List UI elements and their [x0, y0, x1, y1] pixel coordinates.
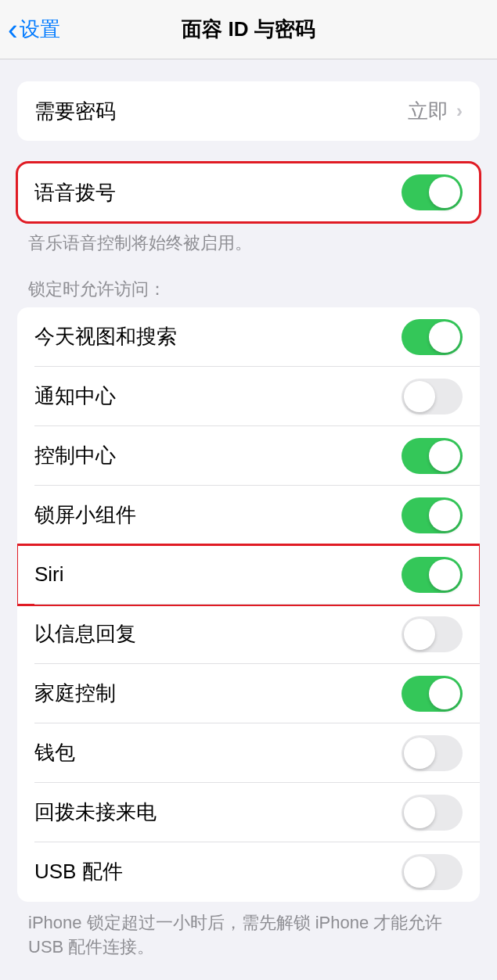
locked-access-label: 家庭控制 — [34, 680, 402, 707]
locked-access-group: 今天视图和搜索通知中心控制中心锁屏小组件Siri以信息回复家庭控制钱包回拨未接来… — [17, 307, 480, 902]
voice-dial-row: 语音拨号 — [17, 163, 480, 222]
locked-access-row: Siri — [17, 545, 480, 605]
locked-access-switch[interactable] — [402, 319, 463, 355]
locked-access-row: USB 配件 — [17, 842, 480, 902]
locked-access-row: 今天视图和搜索 — [17, 307, 480, 367]
locked-access-row: 锁屏小组件 — [17, 486, 480, 545]
require-passcode-group: 需要密码 立即 › — [17, 81, 480, 141]
locked-access-label: 控制中心 — [34, 442, 402, 469]
voice-dial-group: 语音拨号 — [17, 163, 480, 222]
switch-knob — [429, 440, 460, 472]
locked-access-label: 以信息回复 — [34, 620, 402, 648]
switch-knob — [404, 619, 435, 650]
locked-access-switch[interactable] — [402, 616, 463, 652]
require-passcode-row[interactable]: 需要密码 立即 › — [17, 81, 480, 141]
locked-access-label: 今天视图和搜索 — [34, 323, 402, 350]
back-label: 设置 — [20, 16, 60, 43]
locked-access-switch[interactable] — [402, 379, 463, 415]
locked-access-row: 通知中心 — [17, 367, 480, 426]
locked-access-row: 回拨未接来电 — [17, 783, 480, 842]
require-passcode-label: 需要密码 — [34, 98, 408, 125]
require-passcode-value: 立即 — [408, 98, 448, 125]
switch-knob — [404, 381, 435, 412]
locked-access-row: 以信息回复 — [17, 605, 480, 664]
locked-access-label: Siri — [34, 562, 402, 587]
page-title: 面容 ID 与密码 — [182, 16, 315, 43]
navigation-header: ‹ 设置 面容 ID 与密码 — [0, 0, 497, 59]
locked-access-switch[interactable] — [402, 795, 463, 831]
back-button[interactable]: ‹ 设置 — [8, 15, 60, 45]
locked-access-label: 回拨未接来电 — [34, 799, 402, 826]
switch-knob — [429, 177, 460, 208]
locked-access-switch[interactable] — [402, 676, 463, 712]
voice-dial-label: 语音拨号 — [34, 179, 402, 206]
locked-access-row: 控制中心 — [17, 426, 480, 486]
switch-knob — [429, 321, 460, 353]
voice-dial-switch[interactable] — [402, 174, 463, 210]
locked-access-row: 钱包 — [17, 723, 480, 783]
locked-access-switch[interactable] — [402, 735, 463, 771]
locked-access-label: USB 配件 — [34, 858, 402, 885]
chevron-right-icon: › — [456, 100, 463, 122]
locked-access-header: 锁定时允许访问： — [28, 278, 469, 301]
chevron-left-icon: ‹ — [8, 15, 18, 45]
locked-access-label: 锁屏小组件 — [34, 501, 402, 529]
switch-knob — [429, 559, 460, 591]
locked-access-row: 家庭控制 — [17, 664, 480, 723]
switch-knob — [429, 678, 460, 709]
switch-knob — [429, 500, 460, 531]
locked-access-switch[interactable] — [402, 438, 463, 474]
locked-access-switch[interactable] — [402, 854, 463, 890]
locked-access-switch[interactable] — [402, 497, 463, 533]
switch-knob — [404, 797, 435, 828]
switch-knob — [404, 856, 435, 888]
switch-knob — [404, 738, 435, 769]
locked-access-label: 钱包 — [34, 739, 402, 766]
locked-access-switch[interactable] — [402, 557, 463, 593]
locked-access-label: 通知中心 — [34, 382, 402, 410]
locked-access-footer: iPhone 锁定超过一小时后，需先解锁 iPhone 才能允许 USB 配件连… — [28, 911, 469, 960]
voice-dial-footer: 音乐语音控制将始终被启用。 — [28, 232, 469, 256]
